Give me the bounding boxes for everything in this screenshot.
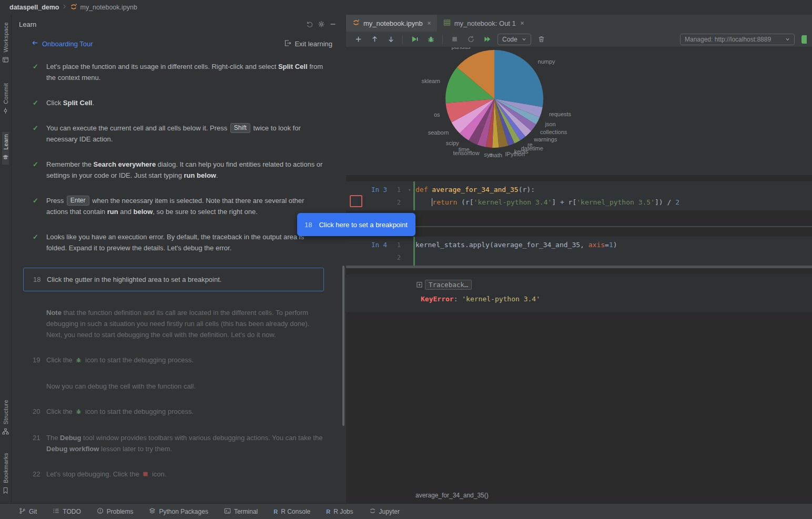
line-number[interactable]: 1 xyxy=(387,239,401,251)
tab-label: my_notebook.ipynb xyxy=(363,19,423,27)
learn-step: ✓Remember the Search everywhere dialog. … xyxy=(23,159,324,181)
tab-my-notebook-ipynb[interactable]: my_notebook.ipynb xyxy=(346,15,437,32)
close-icon[interactable] xyxy=(427,19,432,27)
project-name[interactable]: dataspell_demo xyxy=(9,4,59,11)
sidebar-item-learn[interactable]: Learn xyxy=(2,132,9,165)
learn-step: 22Let's stop debugging. Click the icon. xyxy=(23,469,324,481)
step-spacer xyxy=(23,381,46,392)
exit-learning-button[interactable]: Exit learning xyxy=(284,39,332,48)
breakpoint-gutter-target[interactable] xyxy=(350,195,362,207)
scope-breadcrumb[interactable]: average_for_34_and_35() xyxy=(415,492,489,499)
step-text: Let's stop debugging. Click the icon. xyxy=(46,469,324,481)
scrollbar-thumb[interactable] xyxy=(342,266,344,426)
error-value: 'kernel-python 3.4' xyxy=(462,295,540,303)
learn-subheader: Onboarding Tour Exit learning xyxy=(12,34,346,54)
code-line[interactable]: In 31▾def average_for_34_and_35(r): xyxy=(346,184,812,196)
clipped-toolbar-icon[interactable] xyxy=(799,34,807,45)
sidebar-item-commit[interactable]: Commit xyxy=(2,81,9,119)
file-breadcrumb[interactable]: my_notebook.ipynb xyxy=(70,3,137,12)
status-item-r-console[interactable]: RR Console xyxy=(273,508,310,515)
status-item-r-jobs[interactable]: RR Jobs xyxy=(326,508,353,515)
cell-type-dropdown[interactable]: Code xyxy=(498,34,531,45)
status-item-todo[interactable]: TODO xyxy=(53,507,80,516)
jupyter-icon xyxy=(369,507,376,516)
tool-strip-top: WorkspaceCommitLearn xyxy=(0,15,11,165)
notebook-cell-in3[interactable]: In 31▾def average_for_34_and_35(r):2 ret… xyxy=(346,181,812,210)
status-item-terminal[interactable]: Terminal xyxy=(224,507,258,516)
sidebar-item-label: Structure xyxy=(3,400,9,424)
code-text: return (r['kernel-python 3.4'] + r['kern… xyxy=(415,196,679,209)
run-cell-button[interactable] xyxy=(409,34,420,45)
tab-my-notebook-out1[interactable]: my_notebook: Out 1 xyxy=(437,15,530,32)
python-packages-icon xyxy=(149,507,156,516)
pie-label: pandas xyxy=(451,47,471,50)
bug-icon xyxy=(75,407,82,418)
titlebar: dataspell_demo my_notebook.ipynb xyxy=(0,0,812,15)
line-number[interactable]: 2 xyxy=(387,196,401,209)
status-item-problems[interactable]: Problems xyxy=(97,507,134,516)
back-to-tour-link[interactable]: Onboarding Tour xyxy=(32,39,93,48)
pie-label: sklearn xyxy=(422,78,440,84)
code-line[interactable]: In 41kernel_stats.apply(average_for_34_a… xyxy=(346,239,812,251)
move-cell-up-button[interactable] xyxy=(369,34,380,45)
r-console-icon: R xyxy=(273,508,278,515)
delete-cell-button[interactable] xyxy=(536,34,547,45)
structure-icon xyxy=(2,428,9,437)
step-text: Click the gutter in the highlighted area… xyxy=(47,274,316,285)
minimize-icon[interactable] xyxy=(327,18,339,30)
back-link-label: Onboarding Tour xyxy=(42,40,93,48)
jupyter-server-dropdown[interactable]: Managed: http://localhost:8889 xyxy=(680,34,795,45)
status-item-git[interactable]: Git xyxy=(19,507,37,516)
cell-type-value: Code xyxy=(502,36,517,43)
line-number[interactable]: 1 xyxy=(387,184,401,196)
learn-step: ✓Press Enter when the necessary item is … xyxy=(23,195,324,217)
left-tool-strip: WorkspaceCommitLearn StructureBookmarks xyxy=(0,15,12,503)
add-cell-button[interactable] xyxy=(352,34,364,45)
todo-list-icon xyxy=(53,507,59,516)
sidebar-item-structure[interactable]: Structure xyxy=(2,398,9,439)
breadcrumb-chevron-icon xyxy=(62,4,67,11)
jupyter-server-value: Managed: http://localhost:8889 xyxy=(685,36,771,43)
gear-icon[interactable] xyxy=(316,18,327,30)
bookmarks-icon xyxy=(2,486,9,496)
move-cell-down-button[interactable] xyxy=(385,34,397,45)
restart-lesson-icon[interactable] xyxy=(304,18,316,30)
run-all-cells-button[interactable] xyxy=(481,34,493,45)
debug-cell-button[interactable] xyxy=(425,34,437,45)
step-spacer xyxy=(23,307,46,340)
pie-label: numpy xyxy=(538,58,556,65)
line-number[interactable]: 2 xyxy=(387,251,401,264)
close-icon[interactable] xyxy=(520,19,525,27)
status-item-label: TODO xyxy=(63,508,80,515)
sidebar-item-bookmarks[interactable]: Bookmarks xyxy=(2,451,9,498)
sidebar-item-label: Learn xyxy=(3,134,9,150)
stop-kernel-button[interactable] xyxy=(449,34,460,45)
table-output-icon xyxy=(443,19,451,28)
commit-icon xyxy=(2,107,9,116)
learn-step: Now you can debug the cell with the func… xyxy=(23,381,324,392)
learn-step: ✓You can execute the current cell and al… xyxy=(23,123,324,145)
keycap: Shift xyxy=(230,123,250,133)
status-item-label: R Console xyxy=(281,508,310,515)
learn-header: Learn xyxy=(12,15,346,34)
step-number: 18 xyxy=(24,274,47,285)
learn-title: Learn xyxy=(19,21,36,28)
status-item-jupyter[interactable]: Jupyter xyxy=(369,507,400,516)
tab-label: my_notebook: Out 1 xyxy=(454,19,516,27)
notebook-cell-in4[interactable]: In 41kernel_stats.apply(average_for_34_a… xyxy=(346,237,812,266)
app-window: dataspell_demo my_notebook.ipynb Workspa… xyxy=(0,0,812,519)
step-check-icon: ✓ xyxy=(23,123,46,145)
sidebar-item-workspace[interactable]: Workspace xyxy=(2,20,9,67)
expand-icon xyxy=(417,280,422,290)
keycap: Enter xyxy=(67,196,89,206)
code-line[interactable]: 2 return (r['kernel-python 3.4'] + r['ke… xyxy=(346,196,812,209)
status-item-python-packages[interactable]: Python Packages xyxy=(149,507,208,516)
chevron-down-icon xyxy=(785,36,790,43)
code-line[interactable]: 2 xyxy=(346,251,812,264)
restart-kernel-button[interactable] xyxy=(465,34,476,45)
step-number: 19 xyxy=(23,354,46,367)
traceback-fold-toggle[interactable]: Traceback… xyxy=(417,280,472,290)
cell-execution-label xyxy=(346,251,387,264)
stop-icon xyxy=(142,470,149,481)
fold-arrow-icon[interactable]: ▾ xyxy=(408,184,411,196)
